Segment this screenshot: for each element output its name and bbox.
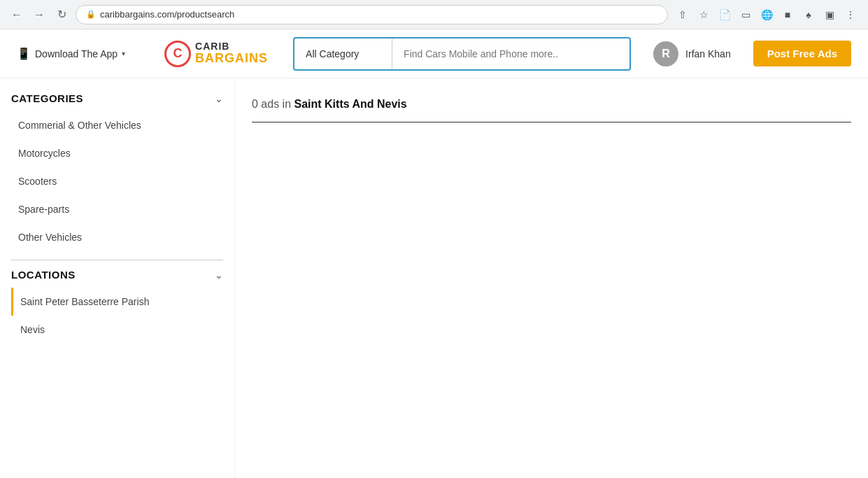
categories-chevron-icon: ⌄: [215, 93, 223, 104]
category-item-motorcycles[interactable]: Motorcycles: [11, 139, 223, 167]
category-item-commercial[interactable]: Commerial & Other Vehicles: [11, 111, 223, 139]
back-button[interactable]: ←: [8, 6, 25, 23]
location-list: Saint Peter Basseterre Parish Nevis: [11, 288, 223, 344]
logo-icon: C: [164, 41, 191, 67]
search-category-selector[interactable]: All Category: [294, 38, 392, 69]
category-list: Commerial & Other Vehicles Motorcycles S…: [11, 111, 223, 251]
browser-chrome: ← → ↻ 🔒 caribbargains.com/productsearch …: [0, 0, 868, 29]
search-input[interactable]: [404, 48, 618, 59]
share-icon[interactable]: ⇧: [674, 6, 692, 24]
ext1-icon[interactable]: ■: [778, 6, 797, 24]
download-app-button[interactable]: 📱 Download The App ▾: [17, 47, 125, 60]
lock-icon: 🔒: [86, 10, 96, 19]
reload-button[interactable]: ↻: [53, 6, 70, 23]
window-icon[interactable]: ▣: [820, 6, 839, 24]
translate-icon[interactable]: 🌐: [757, 6, 776, 24]
url-text: caribbargains.com/productsearch: [100, 9, 234, 20]
locations-section-header[interactable]: LOCATIONS ⌄: [11, 269, 223, 288]
user-area: R Irfan Khan: [653, 41, 731, 66]
location-item-nevis[interactable]: Nevis: [11, 316, 223, 344]
search-bar[interactable]: All Category: [293, 37, 631, 71]
category-item-spare-parts[interactable]: Spare-parts: [11, 195, 223, 223]
browser-actions: ⇧ ☆ 📄 ▭ 🌐 ■ ♠ ▣ ⋮: [674, 6, 860, 24]
phone-icon: 📱: [17, 47, 31, 60]
locations-chevron-icon: ⌄: [215, 269, 223, 281]
history-icon[interactable]: 📄: [716, 6, 734, 24]
category-item-scooters[interactable]: Scooters: [11, 167, 223, 195]
ads-location: Saint Kitts And Nevis: [294, 98, 407, 110]
screen-icon[interactable]: ▭: [737, 6, 755, 24]
search-category-label: All Category: [306, 48, 359, 59]
download-app-chevron: ▾: [122, 50, 125, 57]
ads-count: 0: [252, 98, 258, 110]
logo-text: CARIB BARGAINS: [195, 41, 268, 66]
puzzle-icon[interactable]: ♠: [799, 6, 818, 24]
main-layout: CATEGORIES ⌄ Commerial & Other Vehicles …: [0, 78, 868, 478]
post-free-button[interactable]: Post Free Ads: [753, 41, 851, 66]
locations-title: LOCATIONS: [11, 269, 76, 281]
sidebar: CATEGORIES ⌄ Commerial & Other Vehicles …: [0, 78, 235, 478]
locations-section: LOCATIONS ⌄ Saint Peter Basseterre Paris…: [11, 269, 223, 344]
bookmark-icon[interactable]: ☆: [695, 6, 713, 24]
logo[interactable]: C CARIB BARGAINS: [164, 41, 268, 67]
logo-carib: CARIB: [195, 41, 268, 52]
categories-title: CATEGORIES: [11, 92, 83, 104]
sidebar-divider: [11, 260, 223, 260]
categories-section-header[interactable]: CATEGORIES ⌄: [11, 92, 223, 111]
avatar: R: [653, 41, 678, 66]
content-area: 0 ads in Saint Kitts And Nevis: [235, 78, 868, 478]
more-icon[interactable]: ⋮: [841, 6, 860, 24]
download-app-label: Download The App: [35, 48, 118, 59]
forward-button[interactable]: →: [31, 6, 48, 23]
user-name: Irfan Khan: [685, 48, 731, 59]
site-header: 📱 Download The App ▾ C CARIB BARGAINS Al…: [0, 29, 868, 78]
address-bar[interactable]: 🔒 caribbargains.com/productsearch: [76, 5, 668, 24]
category-item-other-vehicles[interactable]: Other Vehicles: [11, 223, 223, 251]
search-input-area[interactable]: [392, 38, 629, 69]
location-item-saint-peter[interactable]: Saint Peter Basseterre Parish: [11, 288, 223, 316]
ads-label: ads in: [261, 98, 294, 110]
logo-bargains: BARGAINS: [195, 52, 268, 66]
ads-header: 0 ads in Saint Kitts And Nevis: [252, 98, 851, 122]
